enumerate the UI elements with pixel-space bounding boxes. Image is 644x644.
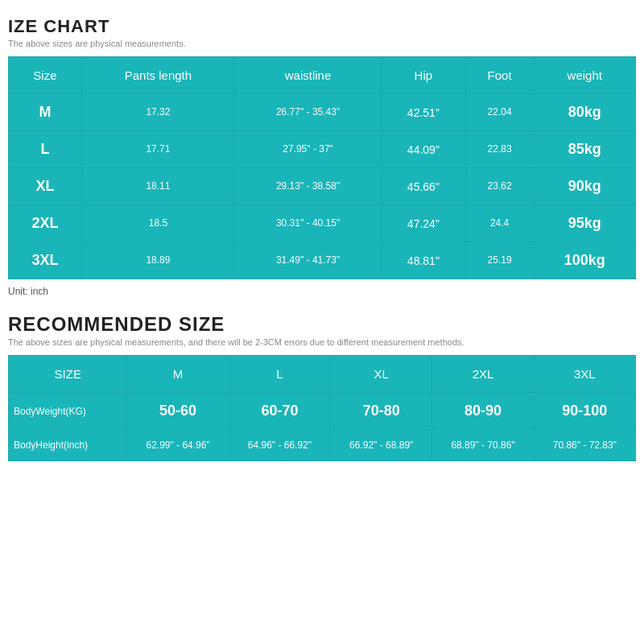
weight-cell: 100kg — [534, 242, 635, 279]
rec-subtitle: The above sizes are physical measurement… — [8, 337, 636, 347]
rec-value-cell: 70-80 — [331, 393, 432, 430]
table-row: 3XL18.8931.49" - 41.73"48.81"25.19100kg — [9, 242, 636, 279]
hip-cell: 47.24" — [382, 205, 466, 242]
table-row: M17.3226.77" - 35.43"42.51"22.0480kg — [9, 94, 636, 131]
pants-length-cell: 18.11 — [81, 168, 234, 205]
pants-length-cell: 18.5 — [81, 205, 234, 242]
rec-title: RECOMMENDED SIZE — [8, 313, 636, 336]
size-cell: 2XL — [9, 205, 82, 242]
recommended-size-section: RECOMMENDED SIZE The above sizes are phy… — [8, 313, 636, 461]
waistline-cell: 29.13" - 38.58" — [235, 168, 382, 205]
table-row: XL18.1129.13" - 38.58"45.66"23.6290kg — [9, 168, 636, 205]
col-header-pants-length: Pants length — [81, 57, 234, 94]
waistline-cell: 27.95" - 37" — [235, 131, 382, 168]
rec-row-label: BodyHeight(inch) — [9, 430, 127, 461]
hip-cell: 42.51" — [382, 94, 466, 131]
rec-col-size: SIZE — [9, 356, 127, 393]
size-chart-title: IZE CHART — [8, 16, 636, 37]
col-header-hip: Hip — [382, 57, 466, 94]
rec-value-cell: 50-60 — [127, 393, 229, 430]
rec-value-cell: 64.96" - 66.92" — [229, 430, 330, 461]
foot-cell: 23.62 — [465, 168, 534, 205]
hip-cell: 48.81" — [382, 242, 466, 279]
rec-row-label: BodyWeight(KG) — [9, 393, 127, 430]
hip-cell: 44.09" — [382, 131, 466, 168]
waistline-cell: 30.31" - 40.15" — [235, 205, 382, 242]
rec-col-3xl: 3XL — [534, 356, 635, 393]
pants-length-cell: 17.71 — [81, 131, 234, 168]
rec-value-cell: 60-70 — [229, 393, 330, 430]
rec-value-cell: 70.86" - 72.83" — [534, 430, 635, 461]
table-row: 2XL18.530.31" - 40.15"47.24"24.495kg — [9, 205, 636, 242]
rec-header-row: SIZE M L XL 2XL 3XL — [9, 356, 636, 393]
pants-length-cell: 17.32 — [81, 94, 234, 131]
foot-cell: 24.4 — [465, 205, 534, 242]
weight-cell: 85kg — [534, 131, 635, 168]
hip-cell: 45.66" — [382, 168, 466, 205]
col-header-foot: Foot — [465, 57, 534, 94]
rec-col-m: M — [127, 356, 229, 393]
rec-value-cell: 80-90 — [432, 393, 534, 430]
weight-cell: 95kg — [534, 205, 635, 242]
rec-col-xl: XL — [331, 356, 432, 393]
rec-table: SIZE M L XL 2XL 3XL BodyWeight(KG)50-606… — [8, 355, 636, 461]
col-header-weight: weight — [534, 57, 635, 94]
page: IZE CHART The above sizes are physical m… — [0, 0, 644, 644]
weight-cell: 90kg — [534, 168, 635, 205]
unit-note: Unit: inch — [8, 286, 636, 297]
size-chart-header-row: Size Pants length waistline Hip Foot wei… — [9, 57, 636, 94]
rec-value-cell: 68.89" - 70.86" — [432, 430, 534, 461]
size-chart-subtitle: The above sizes are physical measurement… — [8, 39, 636, 48]
size-chart-section: IZE CHART The above sizes are physical m… — [8, 16, 636, 297]
foot-cell: 22.04 — [465, 94, 534, 131]
size-cell: M — [9, 94, 82, 131]
size-cell: 3XL — [9, 242, 82, 279]
foot-cell: 22.83 — [465, 131, 534, 168]
size-cell: L — [9, 131, 82, 168]
rec-value-cell: 66.92" - 68.89" — [331, 430, 432, 461]
waistline-cell: 26.77" - 35.43" — [235, 94, 382, 131]
col-header-waistline: waistline — [235, 57, 382, 94]
size-chart-table: Size Pants length waistline Hip Foot wei… — [8, 56, 636, 279]
waistline-cell: 31.49" - 41.73" — [235, 242, 382, 279]
size-cell: XL — [9, 168, 82, 205]
table-row: BodyWeight(KG)50-6060-7070-8080-9090-100 — [9, 393, 636, 430]
rec-col-l: L — [229, 356, 330, 393]
table-row: BodyHeight(inch)62.99" - 64.96"64.96" - … — [9, 430, 636, 461]
table-row: L17.7127.95" - 37"44.09"22.8385kg — [9, 131, 636, 168]
col-header-size: Size — [9, 57, 82, 94]
pants-length-cell: 18.89 — [81, 242, 234, 279]
rec-value-cell: 62.99" - 64.96" — [127, 430, 229, 461]
weight-cell: 80kg — [534, 94, 635, 131]
foot-cell: 25.19 — [465, 242, 534, 279]
rec-col-2xl: 2XL — [432, 356, 534, 393]
rec-value-cell: 90-100 — [534, 393, 635, 430]
